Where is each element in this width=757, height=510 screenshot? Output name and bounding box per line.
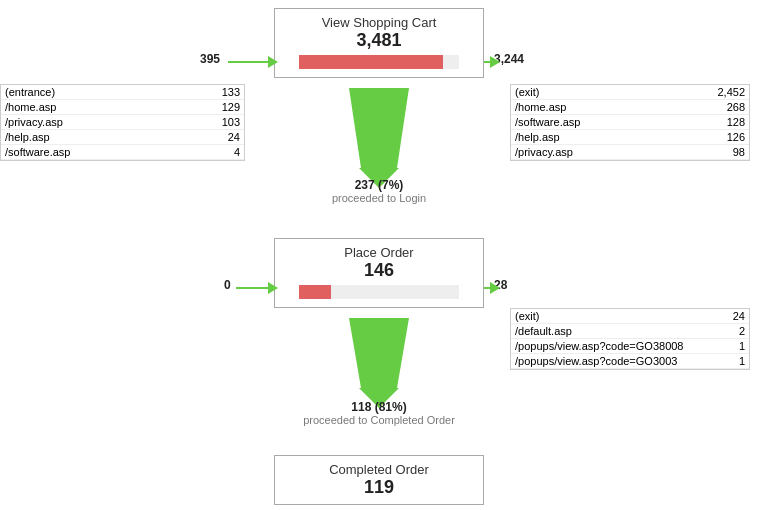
order-value: 146 xyxy=(285,260,473,281)
count-cell: 126 xyxy=(671,130,749,145)
page-cell: /popups/view.asp?code=GO3003 xyxy=(511,354,725,369)
funnel-pct-2: 118 (81%) xyxy=(274,400,484,414)
page-cell: /home.asp xyxy=(1,100,180,115)
funnel-sub-2: proceeded to Completed Order xyxy=(274,414,484,426)
completed-title: Completed Order xyxy=(285,462,473,477)
flow-container: View Shopping Cart 3,481 395 3,244 (entr… xyxy=(0,0,757,510)
order-out-arrow xyxy=(484,282,500,294)
count-cell: 268 xyxy=(671,100,749,115)
completed-value: 119 xyxy=(285,477,473,498)
count-cell: 1 xyxy=(725,339,750,354)
cart-value: 3,481 xyxy=(285,30,473,51)
funnel-label-1: 237 (7%) proceeded to Login xyxy=(274,178,484,204)
order-in-label: 0 xyxy=(224,278,231,292)
count-cell: 98 xyxy=(671,145,749,160)
page-cell: /default.asp xyxy=(511,324,725,339)
funnel-body-2 xyxy=(349,318,409,388)
table-row: /home.asp129 xyxy=(1,100,244,115)
count-cell: 2,452 xyxy=(671,85,749,100)
table-row: (exit)2,452 xyxy=(511,85,749,100)
cart-bar-fill xyxy=(299,55,443,69)
table-row: /home.asp268 xyxy=(511,100,749,115)
table-row: /popups/view.asp?code=GO30031 xyxy=(511,354,749,369)
cart-title: View Shopping Cart xyxy=(285,15,473,30)
table-row: /help.asp126 xyxy=(511,130,749,145)
page-cell: /software.asp xyxy=(511,115,671,130)
order-node: Place Order 146 xyxy=(274,238,484,308)
left-table-top: (entrance)133/home.asp129/privacy.asp103… xyxy=(0,84,245,161)
page-cell: /software.asp xyxy=(1,145,180,160)
page-cell: /help.asp xyxy=(1,130,180,145)
table-row: (exit)24 xyxy=(511,309,749,324)
count-cell: 24 xyxy=(180,130,244,145)
cart-bar xyxy=(299,55,459,69)
count-cell: 24 xyxy=(725,309,750,324)
page-cell: (exit) xyxy=(511,309,725,324)
right-table-bottom: (exit)24/default.asp2/popups/view.asp?co… xyxy=(510,308,750,370)
funnel-label-2: 118 (81%) proceeded to Completed Order xyxy=(274,400,484,426)
count-cell: 4 xyxy=(180,145,244,160)
funnel-order-completed xyxy=(349,318,409,408)
page-cell: (exit) xyxy=(511,85,671,100)
count-cell: 103 xyxy=(180,115,244,130)
order-bar-fill xyxy=(299,285,331,299)
table-row: /privacy.asp98 xyxy=(511,145,749,160)
count-cell: 128 xyxy=(671,115,749,130)
cart-node: View Shopping Cart 3,481 xyxy=(274,8,484,78)
count-cell: 2 xyxy=(725,324,750,339)
cart-in-arrow xyxy=(228,56,278,68)
funnel-sub-1: proceeded to Login xyxy=(274,192,484,204)
order-title: Place Order xyxy=(285,245,473,260)
table-row: /popups/view.asp?code=GO380081 xyxy=(511,339,749,354)
page-cell: /popups/view.asp?code=GO38008 xyxy=(511,339,725,354)
page-cell: /privacy.asp xyxy=(511,145,671,160)
cart-in-label: 395 xyxy=(200,52,220,66)
funnel-cart-order xyxy=(349,88,409,188)
funnel-body-1 xyxy=(349,88,409,168)
page-cell: /home.asp xyxy=(511,100,671,115)
page-cell: /privacy.asp xyxy=(1,115,180,130)
cart-out-arrow xyxy=(484,56,500,68)
page-cell: (entrance) xyxy=(1,85,180,100)
order-in-arrow xyxy=(236,282,278,294)
right-table-top: (exit)2,452/home.asp268/software.asp128/… xyxy=(510,84,750,161)
count-cell: 1 xyxy=(725,354,750,369)
table-row: /default.asp2 xyxy=(511,324,749,339)
count-cell: 129 xyxy=(180,100,244,115)
table-row: /software.asp4 xyxy=(1,145,244,160)
count-cell: 133 xyxy=(180,85,244,100)
table-row: (entrance)133 xyxy=(1,85,244,100)
completed-node: Completed Order 119 xyxy=(274,455,484,505)
table-row: /privacy.asp103 xyxy=(1,115,244,130)
funnel-pct-1: 237 (7%) xyxy=(274,178,484,192)
table-row: /software.asp128 xyxy=(511,115,749,130)
page-cell: /help.asp xyxy=(511,130,671,145)
table-row: /help.asp24 xyxy=(1,130,244,145)
order-bar xyxy=(299,285,459,299)
